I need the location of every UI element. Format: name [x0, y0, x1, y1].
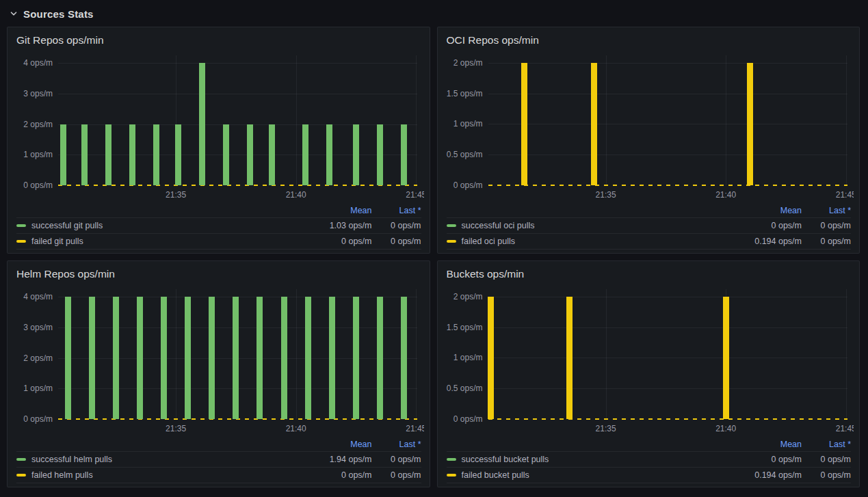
grid-line-vertical: [416, 55, 417, 185]
grid-line-horizontal: [58, 63, 417, 64]
data-bar: [199, 63, 205, 185]
data-bar: [137, 297, 143, 419]
panel-title[interactable]: Git Repos ops/min: [8, 27, 430, 49]
data-bar: [81, 124, 88, 185]
legend-row: successful bucket pulls 0 ops/m 0 ops/m: [447, 451, 852, 467]
legend-header-mean[interactable]: Mean: [307, 206, 372, 215]
data-bar: [747, 63, 753, 185]
data-bar: [161, 297, 167, 419]
y-axis-tick-label: 4 ops/m: [13, 292, 53, 301]
y-axis-tick-label: 0 ops/m: [443, 414, 483, 424]
series-color-swatch: [16, 474, 26, 476]
y-axis-tick-label: 1 ops/m: [443, 119, 483, 129]
legend-row: failed bucket pulls 0.194 ops/m 0 ops/m: [447, 467, 852, 483]
grid-line-vertical: [606, 289, 607, 419]
y-axis-tick-label: 4 ops/m: [13, 58, 53, 68]
series-color-swatch: [16, 224, 26, 227]
section-title: Sources Stats: [23, 8, 94, 20]
series-label[interactable]: successful oci pulls: [462, 221, 737, 230]
series-mean-value: 0.194 ops/m: [737, 237, 802, 246]
series-label[interactable]: failed git pulls: [31, 237, 307, 246]
series-last-value: 0 ops/m: [802, 455, 851, 464]
series-last-value: 0 ops/m: [802, 221, 851, 230]
series-label[interactable]: failed helm pulls: [31, 470, 307, 480]
series-label[interactable]: successful git pulls: [31, 221, 307, 230]
legend: Mean Last * successful bucket pulls 0 op…: [447, 438, 852, 483]
y-axis-tick-label: 2 ops/m: [13, 353, 53, 363]
legend-row: successful oci pulls 0 ops/m 0 ops/m: [447, 217, 852, 233]
legend-header-row: Mean Last *: [16, 204, 421, 217]
series-label[interactable]: successful helm pulls: [31, 455, 307, 464]
panel-title[interactable]: Helm Repos ops/min: [8, 261, 430, 282]
data-bar: [591, 63, 597, 185]
legend-header-mean[interactable]: Mean: [737, 206, 802, 215]
data-bar: [223, 124, 229, 185]
grid-line-horizontal: [488, 358, 847, 358]
data-bar: [377, 124, 383, 185]
series-mean-value: 1.03 ops/m: [307, 221, 372, 230]
data-bar: [105, 124, 111, 185]
data-bar: [175, 124, 181, 185]
data-bar: [65, 297, 71, 419]
legend-header-mean[interactable]: Mean: [307, 440, 372, 449]
panel-oci-repos: OCI Repos ops/min 21:3521:4021:450 ops/m…: [437, 27, 860, 254]
y-axis-tick-label: 0 ops/m: [13, 180, 53, 190]
data-bar: [521, 63, 527, 185]
zero-value-dashed-line: [488, 185, 847, 186]
grid-line-horizontal: [488, 297, 847, 297]
legend-header-last[interactable]: Last *: [802, 206, 851, 215]
legend-row: failed oci pulls 0.194 ops/m 0 ops/m: [447, 233, 852, 250]
y-axis-tick-label: 2 ops/m: [443, 292, 483, 301]
y-axis-tick-label: 1 ops/m: [443, 353, 483, 362]
y-axis-tick-label: 0 ops/m: [13, 414, 53, 424]
grid-line-horizontal: [488, 124, 847, 124]
timeseries-chart[interactable]: 21:3521:4021:450 ops/m0.5 ops/m1 ops/m1.…: [443, 49, 854, 203]
panel-title[interactable]: OCI Repos ops/min: [438, 27, 860, 49]
y-axis-tick-label: 1 ops/m: [13, 150, 53, 159]
grid-line-vertical: [606, 55, 607, 185]
x-axis-tick-label: 21:35: [159, 424, 193, 433]
grid-line-horizontal: [488, 388, 847, 389]
x-axis-tick-label: 21:35: [159, 190, 193, 200]
data-bar: [326, 124, 332, 185]
legend: Mean Last * successful oci pulls 0 ops/m…: [447, 204, 852, 250]
y-axis-tick-label: 0.5 ops/m: [443, 150, 483, 159]
series-color-swatch: [16, 240, 26, 243]
timeseries-chart[interactable]: 21:3521:4021:450 ops/m1 ops/m2 ops/m3 op…: [13, 49, 424, 203]
series-color-swatch: [16, 458, 26, 461]
legend-row: successful git pulls 1.03 ops/m 0 ops/m: [16, 217, 421, 233]
x-axis-tick-label: 21:40: [279, 424, 313, 433]
y-axis-tick-label: 0.5 ops/m: [443, 384, 483, 393]
legend-header-last[interactable]: Last *: [802, 440, 851, 449]
section-header-sources-stats[interactable]: Sources Stats: [0, 0, 868, 25]
timeseries-chart[interactable]: 21:3521:4021:450 ops/m0.5 ops/m1 ops/m1.…: [443, 282, 854, 437]
legend-header-row: Mean Last *: [16, 438, 421, 451]
grid-line-vertical: [846, 289, 847, 419]
grid-line-horizontal: [488, 94, 847, 94]
timeseries-chart[interactable]: 21:3521:4021:450 ops/m1 ops/m2 ops/m3 op…: [13, 282, 424, 437]
grid-line-horizontal: [58, 124, 417, 125]
series-label[interactable]: failed bucket pulls: [462, 470, 737, 480]
legend-header-last[interactable]: Last *: [372, 440, 421, 449]
legend-header-last[interactable]: Last *: [372, 206, 421, 215]
grid-line-vertical: [176, 289, 176, 419]
data-bar: [113, 297, 119, 419]
series-color-swatch: [447, 240, 456, 243]
data-bar: [329, 297, 335, 419]
y-axis-tick-label: 3 ops/m: [13, 323, 53, 332]
series-mean-value: 0 ops/m: [737, 221, 802, 230]
series-label[interactable]: failed oci pulls: [462, 237, 737, 246]
grid-line-horizontal: [58, 155, 417, 155]
x-axis-tick-label: 21:45: [399, 424, 423, 433]
series-mean-value: 0 ops/m: [737, 455, 802, 464]
series-color-swatch: [447, 458, 456, 461]
series-label[interactable]: successful bucket pulls: [462, 455, 737, 464]
series-mean-value: 0 ops/m: [307, 237, 372, 246]
legend-header-mean[interactable]: Mean: [737, 440, 802, 449]
y-axis-tick-label: 1.5 ops/m: [443, 323, 483, 332]
x-axis-tick-label: 21:35: [589, 424, 623, 433]
x-axis-tick-label: 21:35: [589, 190, 623, 200]
data-bar: [281, 297, 287, 419]
panel-title[interactable]: Buckets ops/min: [438, 261, 860, 282]
data-bar: [153, 124, 159, 185]
